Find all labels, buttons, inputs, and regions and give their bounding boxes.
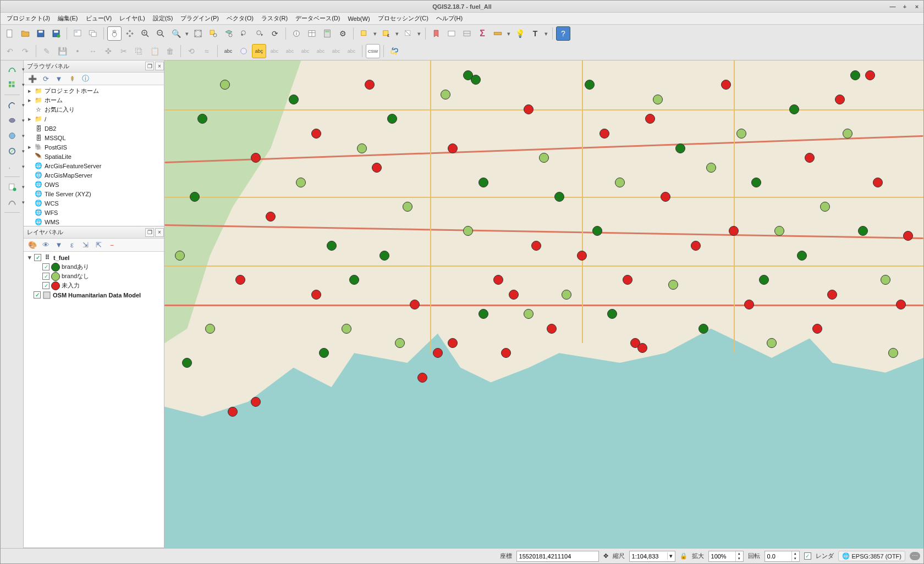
map-point[interactable] xyxy=(577,251,587,261)
zoom-out-icon[interactable] xyxy=(153,26,168,41)
bookmark-icon[interactable] xyxy=(429,26,443,41)
browser-item[interactable]: 🌐Tile Server (XYZ) xyxy=(24,189,164,198)
paste-icon[interactable]: 📋 xyxy=(147,44,162,58)
python-console-icon[interactable] xyxy=(387,44,402,58)
simplify-icon[interactable]: ≈ xyxy=(200,44,214,58)
menu-view[interactable]: ビュー(V) xyxy=(82,13,116,24)
menu-raster[interactable]: ラスタ(R) xyxy=(257,13,292,24)
browser-item[interactable]: 🌐WFS xyxy=(24,208,164,217)
refresh-browser-icon[interactable]: ⟳ xyxy=(41,74,50,83)
map-point[interactable] xyxy=(751,178,761,187)
add-raster-layer-icon[interactable]: ▾ xyxy=(4,78,20,91)
panel-undock-icon[interactable]: ❐ xyxy=(145,62,154,70)
rotation-spin[interactable]: ▴▾ xyxy=(765,551,800,562)
map-point[interactable] xyxy=(289,95,299,104)
map-point[interactable] xyxy=(524,104,534,114)
annotation-text-icon[interactable]: T xyxy=(528,26,542,41)
map-point[interactable] xyxy=(827,290,837,300)
map-point[interactable] xyxy=(661,192,670,202)
map-point[interactable] xyxy=(395,338,405,348)
map-point[interactable] xyxy=(433,348,443,358)
map-point[interactable] xyxy=(637,343,647,353)
browser-item[interactable]: 🌐WCS xyxy=(24,198,164,208)
map-point[interactable] xyxy=(865,70,875,80)
map-point[interactable] xyxy=(205,324,215,334)
map-point[interactable] xyxy=(311,290,321,300)
expand-all-icon[interactable]: ⇲ xyxy=(81,241,90,250)
browser-item[interactable]: 🌐OWS xyxy=(24,180,164,189)
zoom-last-icon[interactable] xyxy=(237,26,251,41)
map-point[interactable] xyxy=(820,202,830,212)
menu-project[interactable]: プロジェクト(J) xyxy=(3,13,54,24)
map-point[interactable] xyxy=(531,241,541,251)
browser-item[interactable]: ▸📁ホーム xyxy=(24,96,164,105)
remove-layer-icon[interactable]: － xyxy=(107,241,116,250)
zoom-next-icon[interactable] xyxy=(252,26,267,41)
map-point[interactable] xyxy=(342,324,351,334)
label-layer-icon[interactable] xyxy=(237,44,251,58)
add-delimited-icon[interactable]: ,▾ xyxy=(4,160,20,173)
zoom-in-icon[interactable] xyxy=(138,26,152,41)
pan-to-selection-icon[interactable] xyxy=(123,26,137,41)
rotate-icon[interactable]: ⟲ xyxy=(184,44,199,58)
map-point[interactable] xyxy=(471,75,481,85)
collapse-all-icon[interactable]: ⇱ xyxy=(94,241,103,250)
map-point[interactable] xyxy=(600,129,609,139)
map-point[interactable] xyxy=(448,143,458,153)
label-unpin-icon[interactable]: abc xyxy=(283,44,297,58)
scale-combo[interactable]: ▾ xyxy=(629,551,675,562)
menu-edit[interactable]: 編集(E) xyxy=(54,13,82,24)
map-point[interactable] xyxy=(873,178,883,187)
identify-icon[interactable]: i xyxy=(289,26,304,41)
map-point[interactable] xyxy=(767,338,777,348)
browser-item[interactable]: ▸📁/ xyxy=(24,114,164,124)
map-point[interactable] xyxy=(365,80,375,90)
browser-tree[interactable]: ▸📁プロジェクトホーム▸📁ホーム☆お気に入り▸📁/🗄DB2🗄MSSQL▸🐘Pos… xyxy=(24,85,164,226)
map-point[interactable] xyxy=(835,95,845,104)
new-shapefile-icon[interactable]: ▾ xyxy=(4,180,20,193)
map-point[interactable] xyxy=(592,226,602,236)
map-point[interactable] xyxy=(736,129,746,139)
redo-icon[interactable]: ↷ xyxy=(18,44,32,58)
zoom-native-icon[interactable]: 🔍 xyxy=(169,26,183,41)
add-postgis-icon[interactable]: ▾ xyxy=(4,114,20,127)
label-rotate-icon[interactable]: abc xyxy=(314,44,328,58)
label-abc-icon[interactable]: abc xyxy=(221,44,235,58)
save-project-icon[interactable] xyxy=(34,26,48,41)
map-point[interactable] xyxy=(448,338,458,348)
map-point[interactable] xyxy=(888,348,898,358)
layer-tfuel[interactable]: ▾ ✓ ⠿ t_fuel xyxy=(24,253,164,262)
messages-icon[interactable]: ⋯ xyxy=(910,552,920,560)
map-point[interactable] xyxy=(675,143,685,153)
magnify-spin[interactable]: ▴▾ xyxy=(708,551,744,562)
add-wfs-icon[interactable]: ▾ xyxy=(4,145,20,158)
map-point[interactable] xyxy=(235,275,245,285)
panel-close-icon[interactable]: × xyxy=(155,228,164,237)
render-checkbox[interactable]: ✓ xyxy=(804,552,811,560)
refresh-icon[interactable]: ⟳ xyxy=(268,26,282,41)
map-point[interactable] xyxy=(729,226,739,236)
browser-item[interactable]: ☆お気に入り xyxy=(24,105,164,114)
map-point[interactable] xyxy=(501,348,511,358)
map-point[interactable] xyxy=(479,178,488,187)
map-point[interactable] xyxy=(562,290,571,300)
layer-checkbox[interactable]: ✓ xyxy=(34,254,41,261)
menu-help[interactable]: ヘルプ(H) xyxy=(432,13,466,24)
menu-database[interactable]: データベース(D) xyxy=(292,13,344,24)
label-hide-icon[interactable]: abc xyxy=(344,44,359,58)
copy-icon[interactable]: ⿻ xyxy=(132,44,146,58)
extents-toggle-icon[interactable]: ✥ xyxy=(603,552,608,560)
label-change-icon[interactable]: abc xyxy=(329,44,343,58)
map-point[interactable] xyxy=(220,80,230,90)
map-point[interactable] xyxy=(311,129,321,139)
help-icon[interactable]: ? xyxy=(556,26,570,41)
edit-toggle-icon[interactable]: ✎ xyxy=(40,44,54,58)
browser-item[interactable]: 🌐ArcGisFeatureServer xyxy=(24,161,164,170)
map-point[interactable] xyxy=(759,275,769,285)
layer-checkbox[interactable]: ✓ xyxy=(34,291,41,298)
browser-item[interactable]: 🗄MSSQL xyxy=(24,133,164,142)
browser-item[interactable]: ▸📁プロジェクトホーム xyxy=(24,86,164,96)
map-point[interactable] xyxy=(812,324,822,334)
filter-browser-icon[interactable]: ▼ xyxy=(54,74,63,83)
map-point[interactable] xyxy=(706,163,716,173)
